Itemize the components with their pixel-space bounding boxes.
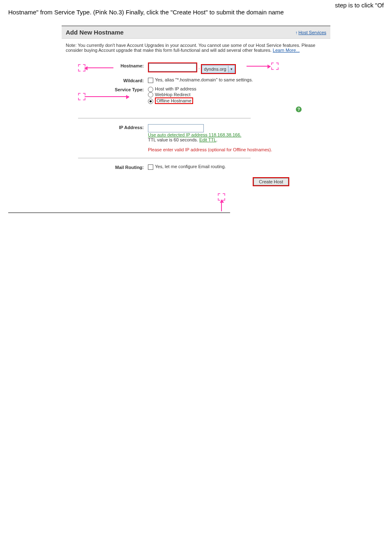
add-hostname-panel: Add New Hostname ↑Host Services Note: Yo… (62, 25, 330, 188)
mail-routing-checkbox[interactable] (148, 164, 153, 170)
wildcard-label: Wildcard: (78, 77, 148, 83)
hostname-input[interactable] (149, 63, 196, 72)
radio-host-ip[interactable] (148, 87, 153, 92)
radio-webhop[interactable] (148, 92, 153, 97)
up-arrow-icon: ↑ (295, 30, 298, 35)
divider-2 (78, 158, 251, 158)
ip-address-input[interactable] (148, 124, 204, 132)
ttl-text: TTL value is 60 seconds. (148, 137, 199, 142)
pink-arrow-4 (221, 200, 222, 211)
host-services-link[interactable]: ↑Host Services (295, 30, 326, 35)
mail-routing-text: Yes, let me configure Email routing. (155, 164, 226, 169)
note-text: Note: You currently don't have Account U… (62, 39, 330, 57)
help-icon[interactable]: ? (296, 106, 302, 112)
learn-more-link[interactable]: Learn More... (273, 48, 300, 53)
wildcard-checkbox[interactable] (148, 78, 153, 83)
chevron-down-icon: ▼ (228, 66, 235, 72)
edit-ttl-link[interactable]: Edit TTL (199, 137, 216, 142)
mail-routing-label: Mail Routing: (78, 164, 148, 170)
dot-separator: . (198, 65, 200, 70)
create-host-button[interactable]: Create Host (254, 178, 288, 185)
panel-title: Add New Hostname (66, 29, 124, 36)
instruction-line-2: Hostname" from Service Type. (Pink No.3)… (8, 9, 384, 16)
page-bottom-divider (8, 213, 230, 213)
radio-host-ip-label: Host with IP address (155, 86, 196, 91)
divider-1 (78, 118, 251, 118)
auto-detect-ip-link[interactable]: Use auto detected IP address 118.168.38.… (148, 132, 241, 137)
ip-address-label: IP Address: (78, 124, 148, 130)
pink-arrow-2 (247, 66, 270, 67)
service-type-label: Service Type: (78, 86, 148, 92)
ip-warning-text: Please enter valid IP address (optional … (148, 147, 272, 152)
radio-offline-label: Offline Hostname (155, 97, 193, 104)
pink-arrow-3 (85, 96, 129, 97)
radio-webhop-label: WebHop Redirect (155, 92, 191, 97)
pink-marker-2 (271, 62, 279, 70)
radio-offline[interactable] (148, 99, 153, 104)
domain-select[interactable]: dyndns.org ▼ (202, 65, 235, 73)
wildcard-text: Yes, alias "*.hostname.domain" to same s… (155, 77, 253, 82)
instruction-fragment-right: step is to click "Of (335, 2, 384, 9)
pink-arrow-1 (85, 67, 113, 68)
